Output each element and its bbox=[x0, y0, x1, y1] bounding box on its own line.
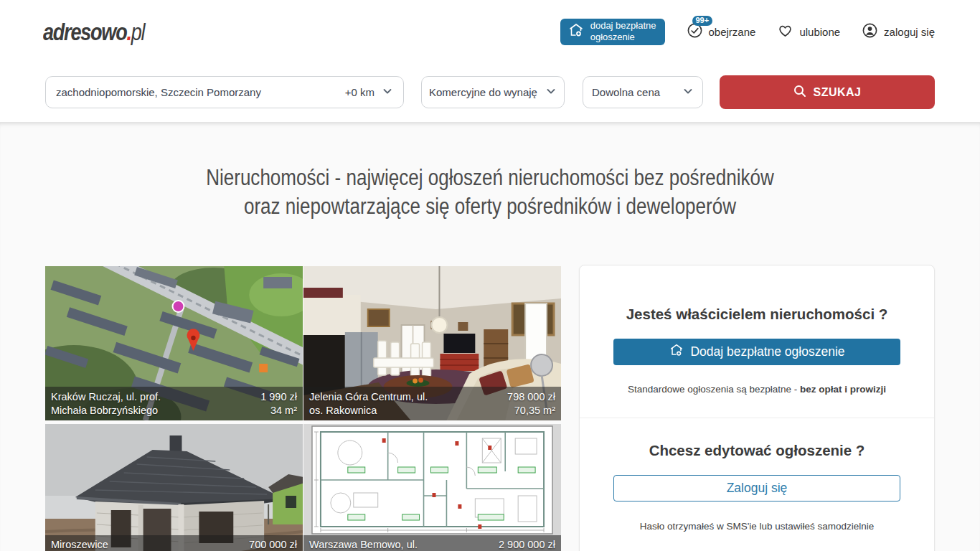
chevron-down-icon bbox=[682, 85, 694, 99]
favorites-link[interactable]: ulubione bbox=[777, 22, 840, 41]
listing-title: Jelenia Góra Centrum, ul.os. Rakownica bbox=[309, 390, 428, 418]
login-link[interactable]: zaloguj się bbox=[862, 22, 935, 41]
location-value: zachodniopomorskie, Szczecin Pomorzany bbox=[56, 86, 345, 98]
adresowo-homepage: adresowo.pl dodaj bezpłatneogłoszenie 99… bbox=[0, 0, 980, 551]
search-button[interactable]: SZUKAJ bbox=[720, 75, 935, 109]
listing-card-jelenia-gora[interactable]: Jelenia Góra Centrum, ul.os. Rakownica 7… bbox=[303, 266, 561, 420]
listing-overlay: Miroszewice 700 000 zł bbox=[45, 535, 303, 551]
sidebar-divider bbox=[580, 418, 934, 418]
page-title-line2: oraz niepowtarzające się oferty pośredni… bbox=[78, 192, 901, 221]
owner-note: Standardowe ogłoszenia są bezpłatne - be… bbox=[580, 384, 934, 395]
listing-overlay: Jelenia Góra Centrum, ul.os. Rakownica 7… bbox=[303, 387, 561, 420]
add-listing-label: dodaj bezpłatneogłoszenie bbox=[590, 20, 656, 44]
edit-note: Hasło otrzymałeś w SMS'ie lub ustawiłeś … bbox=[580, 521, 934, 532]
logo-name: adresowo bbox=[43, 19, 126, 45]
sidebar-add-listing-label: Dodaj bezpłatne ogłoszenie bbox=[690, 344, 844, 359]
viewed-label: obejrzane bbox=[709, 26, 756, 38]
owner-heading: Jesteś właścicielem nieruchomości ? bbox=[580, 306, 934, 323]
listing-card-miroszewice[interactable]: Miroszewice 700 000 zł bbox=[45, 424, 303, 551]
site-logo[interactable]: adresowo.pl bbox=[43, 19, 144, 46]
page-title: Nieruchomości - najwięcej ogłoszeń nieru… bbox=[0, 164, 980, 221]
search-button-label: SZUKAJ bbox=[813, 86, 861, 99]
price-value: Dowolna cena bbox=[592, 86, 682, 98]
sidebar-add-listing-button[interactable]: Dodaj bezpłatne ogłoszenie bbox=[613, 339, 900, 365]
price-select[interactable]: Dowolna cena bbox=[583, 76, 703, 108]
viewed-count-badge: 99+ bbox=[692, 16, 713, 26]
listing-price-area: 798 000 zł70,35 m² bbox=[507, 390, 555, 418]
heart-icon bbox=[777, 22, 793, 41]
listing-card-warszawa[interactable]: Warszawa Bemowo, ul. 2 900 000 zł bbox=[303, 424, 561, 551]
house-construction-image bbox=[45, 424, 303, 551]
listing-price-area: 700 000 zł bbox=[249, 538, 297, 551]
listing-overlay: Kraków Ruczaj, ul. prof.Michała Bobrzyńs… bbox=[45, 387, 303, 420]
viewed-link[interactable]: 99+ obejrzane bbox=[687, 22, 756, 41]
listing-title: Miroszewice bbox=[51, 538, 108, 551]
search-icon bbox=[793, 84, 807, 101]
header-actions: dodaj bezpłatneogłoszenie 99+ obejrzane bbox=[560, 0, 935, 63]
add-listing-button[interactable]: dodaj bezpłatneogłoszenie bbox=[560, 19, 665, 45]
chevron-down-icon bbox=[545, 85, 557, 99]
chevron-down-icon bbox=[382, 85, 393, 99]
search-bar: zachodniopomorskie, Szczecin Pomorzany +… bbox=[45, 76, 935, 109]
login-label: zaloguj się bbox=[884, 26, 935, 38]
house-plus-icon bbox=[669, 342, 684, 362]
header: adresowo.pl dodaj bezpłatneogłoszenie 99… bbox=[0, 0, 980, 63]
listing-title: Warszawa Bemowo, ul. bbox=[309, 538, 418, 551]
logo-tld: pl bbox=[131, 19, 145, 45]
favorites-label: ulubione bbox=[799, 26, 840, 38]
house-plus-icon bbox=[567, 22, 585, 42]
listing-price-area: 2 900 000 zł bbox=[499, 538, 555, 551]
category-value: Komercyjne do wynaję bbox=[429, 86, 545, 98]
listing-title: Kraków Ruczaj, ul. prof.Michała Bobrzyńs… bbox=[51, 390, 161, 418]
listing-price-area: 1 990 zł34 m² bbox=[260, 390, 297, 418]
radius-value: +0 km bbox=[345, 86, 374, 98]
edit-heading: Chcesz edytować ogłoszenie ? bbox=[580, 442, 934, 459]
listing-overlay: Warszawa Bemowo, ul. 2 900 000 zł bbox=[303, 535, 561, 551]
location-input[interactable]: zachodniopomorskie, Szczecin Pomorzany +… bbox=[45, 76, 404, 108]
sidebar-login-button[interactable]: Zaloguj się bbox=[613, 475, 900, 501]
listing-card-krakow[interactable]: Kraków Ruczaj, ul. prof.Michała Bobrzyńs… bbox=[45, 266, 303, 420]
page-title-line1: Nieruchomości - najwięcej ogłoszeń nieru… bbox=[78, 164, 901, 192]
category-select[interactable]: Komercyjne do wynaję bbox=[421, 76, 565, 108]
floor-plan-image bbox=[303, 424, 561, 551]
owner-panel: Jesteś właścicielem nieruchomości ? Doda… bbox=[579, 265, 935, 551]
user-circle-icon bbox=[862, 22, 878, 41]
